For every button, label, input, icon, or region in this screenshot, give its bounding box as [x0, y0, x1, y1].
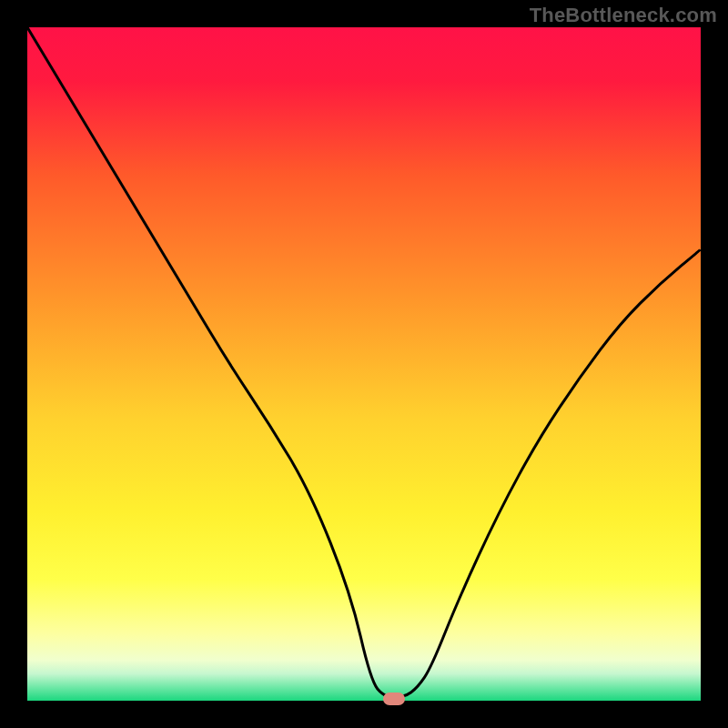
gradient-background [27, 27, 701, 701]
optimal-marker [383, 693, 405, 705]
watermark-text: TheBottleneck.com [530, 4, 717, 27]
chart-svg [27, 27, 701, 701]
plot-area [27, 27, 701, 701]
chart-frame: TheBottleneck.com [0, 0, 728, 728]
